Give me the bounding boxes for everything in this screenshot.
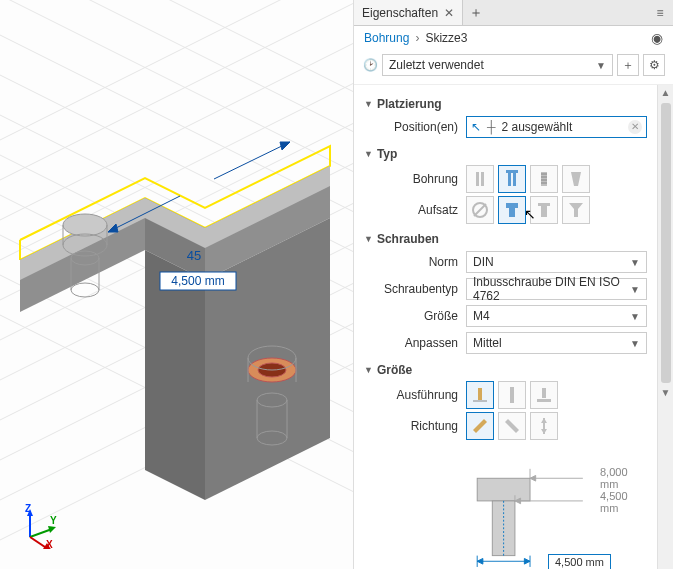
properties-panel: Eigenschaften ✕ ＋ ≡ Bohrung › Skizze3 ◉ …	[353, 0, 673, 569]
seat-countersink[interactable]	[562, 196, 590, 224]
size-select[interactable]: M4▼	[466, 305, 647, 327]
dir-sym[interactable]	[530, 412, 558, 440]
section-screws[interactable]: ▼Schrauben	[364, 232, 647, 246]
term-through[interactable]	[498, 381, 526, 409]
svg-line-9	[0, 0, 353, 205]
svg-rect-69	[541, 206, 547, 217]
dir-default[interactable]	[466, 412, 494, 440]
breadcrumb: Bohrung › Skizze3 ◉	[354, 26, 673, 50]
hole-diagram: 8,000 mm 4,500 mm 4,500 mm	[364, 446, 647, 569]
svg-marker-54	[48, 526, 56, 533]
term-distance[interactable]	[466, 381, 494, 409]
aufsatz-options	[466, 196, 647, 224]
norm-select[interactable]: DIN▼	[466, 251, 647, 273]
clear-icon[interactable]: ✕	[628, 120, 642, 134]
axis-z-label: Z	[25, 503, 31, 514]
kind-select[interactable]: Inbusschraube DIN EN ISO 4762▼	[466, 278, 647, 300]
panel-header: Eigenschaften ✕ ＋ ≡	[354, 0, 673, 26]
tab-properties[interactable]: Eigenschaften ✕	[354, 0, 463, 25]
svg-rect-71	[478, 388, 482, 400]
svg-marker-80	[541, 429, 547, 434]
scrollbar[interactable]: ▲ ▼	[657, 85, 673, 569]
svg-rect-74	[542, 388, 546, 398]
scroll-down-icon[interactable]: ▼	[661, 385, 671, 401]
svg-marker-77	[505, 419, 519, 433]
svg-rect-67	[509, 208, 515, 217]
norm-label: Norm	[364, 255, 466, 269]
close-icon[interactable]: ✕	[444, 6, 454, 20]
fit-select[interactable]: Mittel▼	[466, 332, 647, 354]
svg-line-65	[474, 204, 486, 216]
gear-icon[interactable]: ⚙	[643, 54, 665, 76]
add-tab-button[interactable]: ＋	[463, 4, 489, 22]
svg-marker-79	[541, 418, 547, 423]
svg-line-10	[0, 0, 353, 165]
dim-4p5mm: 4,500 mm	[171, 274, 224, 288]
hole-type-clearance[interactable]	[498, 165, 526, 193]
svg-rect-68	[538, 203, 550, 206]
recent-select-label: Zuletzt verwendet	[389, 58, 484, 72]
svg-marker-63	[571, 172, 581, 186]
svg-line-53	[30, 529, 52, 537]
add-preset-button[interactable]: ＋	[617, 54, 639, 76]
svg-rect-61	[506, 170, 518, 173]
size-label: Größe	[364, 309, 466, 323]
dim-depth-field[interactable]: 4,500 mm	[548, 554, 611, 569]
seat-none[interactable]	[466, 196, 494, 224]
svg-marker-85	[530, 475, 536, 481]
svg-marker-93	[524, 558, 530, 564]
seat-counterbore[interactable]	[498, 196, 526, 224]
isometric-grid: placeholder	[0, 0, 353, 569]
aufsatz-label: Aufsatz	[364, 203, 466, 217]
kind-label: Schraubentyp	[364, 282, 466, 296]
svg-marker-70	[569, 203, 583, 217]
sketch-point-icon: ┼	[487, 120, 496, 134]
section-placement[interactable]: ▼Platzierung	[364, 97, 647, 111]
history-icon: 🕑	[362, 58, 378, 72]
axis-triad: Z Y X	[18, 509, 58, 549]
svg-rect-75	[537, 399, 551, 402]
positions-label: Position(en)	[364, 120, 466, 134]
svg-rect-59	[508, 172, 511, 186]
svg-rect-60	[513, 172, 516, 186]
breadcrumb-root[interactable]: Bohrung	[364, 31, 409, 45]
positions-field[interactable]: ↖ ┼ 2 ausgewählt ✕	[466, 116, 647, 138]
positions-value: 2 ausgewählt	[502, 120, 573, 134]
ausf-label: Ausführung	[364, 388, 466, 402]
dir-flip[interactable]	[498, 412, 526, 440]
viewport-3d[interactable]: placeholder	[0, 0, 353, 569]
svg-rect-58	[481, 172, 484, 186]
dim-inner: 4,500 mm	[600, 490, 647, 514]
tab-title: Eigenschaften	[362, 6, 438, 20]
hole-type-taper[interactable]	[562, 165, 590, 193]
svg-rect-57	[476, 172, 479, 186]
visibility-icon[interactable]: ◉	[651, 30, 663, 46]
scroll-thumb[interactable]	[661, 103, 671, 383]
svg-line-20	[0, 0, 353, 205]
svg-rect-81	[477, 478, 530, 501]
pick-cursor-icon: ↖	[471, 120, 481, 134]
term-to[interactable]	[530, 381, 558, 409]
svg-rect-73	[510, 387, 514, 403]
scroll-up-icon[interactable]: ▲	[661, 85, 671, 101]
svg-marker-92	[477, 558, 483, 564]
fit-label: Anpassen	[364, 336, 466, 350]
svg-rect-66	[506, 203, 518, 208]
bohrung-label: Bohrung	[364, 172, 466, 186]
hole-type-tapped[interactable]	[530, 165, 558, 193]
hole-type-simple[interactable]	[466, 165, 494, 193]
section-dims[interactable]: ▼Größe	[364, 363, 647, 377]
chevron-right-icon: ›	[415, 31, 419, 45]
chevron-down-icon: ▼	[596, 60, 606, 71]
breadcrumb-current: Skizze3	[425, 31, 467, 45]
dim-45: 45	[187, 248, 201, 263]
svg-point-29	[63, 214, 107, 236]
menu-icon[interactable]: ≡	[647, 6, 673, 20]
recent-select[interactable]: Zuletzt verwendet ▼	[382, 54, 613, 76]
svg-line-21	[0, 0, 353, 165]
section-type[interactable]: ▼Typ	[364, 147, 647, 161]
svg-marker-49	[280, 142, 290, 150]
axis-y-label: Y	[50, 515, 57, 526]
axis-x-label: X	[46, 539, 53, 550]
seat-spotface[interactable]	[530, 196, 558, 224]
